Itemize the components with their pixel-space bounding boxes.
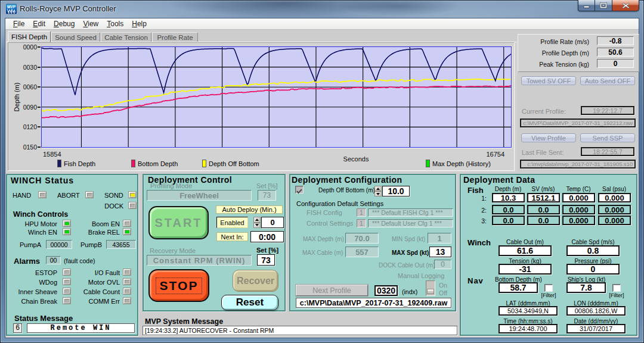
config-file-path: c:\MVP\Data\MVP_2017-07-31_192409.raw	[296, 298, 451, 308]
tab-profile-rate[interactable]: Profile Rate	[152, 32, 198, 42]
deployment-data-title: Deployment Data	[463, 175, 535, 185]
system-message-text[interactable]: [19:24:33.2] AUTORECOVER - Constant RPM	[143, 326, 457, 335]
recovery-mode-label: Recovery Mode	[150, 247, 196, 254]
maximize-button[interactable]	[595, 0, 612, 11]
profiling-mode-label: Profiling Mode	[150, 182, 192, 189]
depth-off-bottom-spinner[interactable]	[374, 186, 382, 197]
start-button[interactable]: START	[148, 206, 209, 239]
profile-depth-label: Profile Depth (m)	[518, 49, 589, 57]
depth-off-bottom-checkbox[interactable]	[295, 186, 304, 194]
recover-button[interactable]: Recover	[233, 270, 278, 292]
peak-tension-label: Peak Tension (kg)	[518, 61, 589, 68]
enabled-label: Enabled	[216, 217, 248, 228]
depth-off-bottom-value[interactable]: 10.0	[382, 186, 410, 197]
menu-file[interactable]: File	[9, 18, 29, 29]
bottom-depth-value: 58.7	[499, 282, 538, 293]
dock-led	[128, 202, 137, 209]
tab-cable-tension[interactable]: Cable Tension	[101, 32, 151, 42]
control-settings-value: *** Default User Cfg 1 ***	[368, 219, 453, 227]
legend-label: Max Depth (History)	[432, 160, 491, 167]
cable-spd-label: Cable Spd (m/s)	[566, 239, 620, 245]
stop-button[interactable]: STOP	[148, 269, 209, 302]
chart-y-tick	[38, 146, 41, 148]
chart-y-label: 0030	[13, 64, 37, 71]
next-profile-button[interactable]: Next Profile	[296, 285, 368, 296]
io-fault-label: I/O Fault	[78, 269, 120, 276]
enabled-spinner[interactable]	[253, 217, 261, 228]
manual-logging-toggle[interactable]	[426, 280, 435, 296]
profiling-mode-select[interactable]: FreeWheel	[147, 190, 252, 201]
tab-sound-speed[interactable]: Sound Speed	[51, 32, 100, 42]
motor-ovl-led	[123, 278, 131, 285]
send-ssp-button[interactable]: Send SSP	[580, 133, 635, 142]
menu-debug[interactable]: Debug	[49, 18, 79, 29]
bottom-depth-filter-checkbox[interactable]	[544, 284, 553, 292]
manual-logging-off-label: Off	[439, 289, 447, 297]
chart-x-min-label: 15854	[43, 151, 61, 158]
chart-y-tick	[38, 126, 41, 127]
brake-rel-led	[123, 228, 131, 235]
fish-row-label: 3:	[476, 217, 487, 224]
dock-label: DOCK	[94, 202, 123, 210]
chain-break-label: Chain Break	[16, 298, 57, 305]
legend-label: Bottom Depth	[138, 160, 178, 167]
auto-send-button[interactable]: Auto Send OFF	[580, 76, 635, 85]
profiling-set-label: Set [%]	[256, 182, 277, 189]
system-message-title: MVP System Message	[145, 317, 223, 326]
fish-cell: 0.000	[562, 205, 595, 214]
peak-tension-value: 0	[597, 59, 634, 68]
brake-rel-label: Brake REL	[84, 229, 120, 236]
menu-view[interactable]: View	[79, 18, 103, 29]
svg-text:MVP: MVP	[7, 5, 16, 9]
menu-tools[interactable]: Tools	[103, 18, 128, 29]
fish-config-label: FISH Config	[306, 209, 342, 216]
menu-edit[interactable]: Edit	[29, 18, 49, 29]
stop-button-label: STOP	[156, 277, 203, 294]
alarms-title: Alarms	[14, 257, 40, 266]
profile-depth-value: 50.6	[597, 48, 634, 57]
enabled-value[interactable]: 0	[261, 217, 284, 228]
max-cable-label: MAX Cable (m)	[302, 250, 343, 256]
recovery-set-value[interactable]: 73	[257, 254, 275, 266]
minimize-button[interactable]	[578, 0, 595, 11]
chart-y-tick	[38, 107, 41, 108]
manual-logging-label: Manual Logging	[398, 272, 444, 279]
fish-cell: 0.000	[562, 193, 595, 202]
alarm-code-value: 00	[46, 256, 61, 264]
max-spd-value[interactable]: 13	[429, 247, 451, 257]
chart-y-label: 0000	[13, 43, 37, 51]
hand-led	[38, 191, 47, 198]
close-button[interactable]	[612, 0, 639, 11]
menu-help[interactable]: Help	[128, 18, 151, 29]
profiling-set-value[interactable]: 73	[258, 190, 276, 201]
comm-err-label: COMM Err	[78, 298, 120, 305]
chart-x-max-label: 16754	[481, 151, 504, 158]
status-message-text[interactable]: Remote WIN	[27, 323, 135, 333]
estop-label: ESTOP	[16, 269, 57, 276]
legend-swatch-bottom-depth	[131, 160, 135, 167]
tab-fish-depth[interactable]: FISH Depth	[8, 31, 51, 42]
fish-header: Sal (psu)	[590, 186, 638, 192]
auto-deploy-label: Auto Deploy (Min.)	[216, 205, 283, 214]
next-profile-value[interactable]: 0320	[374, 285, 398, 296]
view-profile-button[interactable]: View Profile	[521, 133, 576, 142]
depth-off-bottom-label: Depth Off Bottom (m)	[318, 187, 375, 194]
fish-cell: 0.0	[527, 216, 560, 225]
chain-break-led	[63, 297, 71, 304]
last-file-sent-value: 18:22:55.7	[581, 147, 634, 156]
boom-en-label: Boom EN	[84, 220, 120, 227]
dock-cable-out-value: 0	[434, 260, 451, 269]
reset-button[interactable]: Reset	[221, 295, 278, 310]
ships-log-value: 7.8	[566, 282, 606, 293]
recovery-mode-select[interactable]: Constant RPM (RWIN)	[147, 255, 252, 266]
next-profile-note: (indx)	[402, 288, 417, 295]
chart-svg	[42, 47, 511, 147]
time-value: 19:24:48.700	[499, 324, 558, 333]
fish-row-label: 2:	[476, 207, 487, 214]
towed-sv-button[interactable]: Towed SV OFF	[521, 76, 576, 85]
chart-y-tick	[38, 46, 41, 48]
chart-plot-area	[41, 46, 512, 148]
control-settings-label: Control Settings	[306, 220, 353, 227]
legend-label: Fish Depth	[64, 160, 95, 167]
ships-log-filter-checkbox[interactable]	[612, 284, 621, 292]
